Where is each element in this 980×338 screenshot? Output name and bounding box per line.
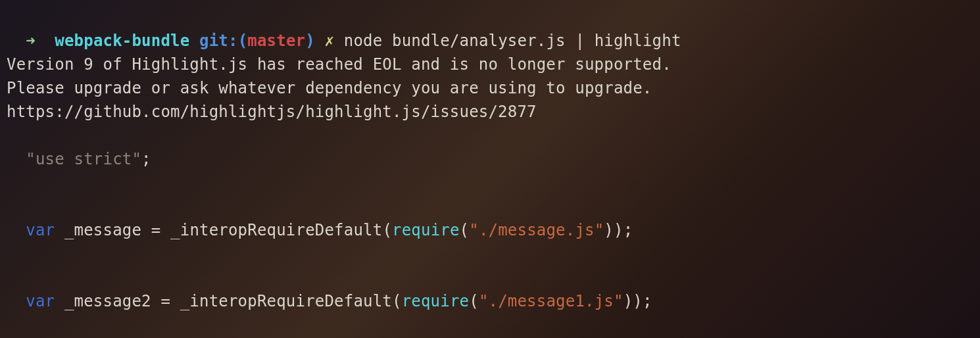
identifier: _message [64,221,141,239]
identifier: _message2 [64,292,151,310]
warning-line-2: Please upgrade or ask whatever dependenc… [7,76,973,100]
string-path: "./message1.js" [479,292,624,310]
string-literal: "use strict" [26,150,141,168]
func-ref: _interopRequireDefault [180,292,392,310]
warning-line-3: https://github.com/highlightjs/highlight… [7,100,973,124]
git-close: ) [305,32,315,50]
require-call: require [392,221,460,239]
prompt-line[interactable]: ➜ webpack-bundle git:(master) ✗ node bun… [7,5,973,53]
code-var-message: var _message = _interopRequireDefault(re… [7,195,973,242]
git-branch: master [247,32,305,50]
require-call: require [402,292,470,310]
warning-line-1: Version 9 of Highlight.js has reached EO… [7,53,973,76]
keyword-var: var [26,292,55,310]
blank-line [7,242,973,266]
blank-line [7,313,973,337]
prompt-dir: webpack-bundle [55,32,189,50]
code-use-strict: "use strict"; [7,124,973,171]
string-path: "./message.js" [469,221,604,239]
command-text: node bundle/analyser.js | highlight [344,32,681,50]
func-ref: _interopRequireDefault [170,221,382,239]
code-var-message2: var _message2 = _interopRequireDefault(r… [7,266,973,313]
blank-line [7,171,973,195]
keyword-var: var [26,221,55,239]
prompt-arrow-icon: ➜ [26,32,36,50]
dirty-mark-icon: ✗ [325,32,335,50]
git-label: git:( [199,32,247,50]
